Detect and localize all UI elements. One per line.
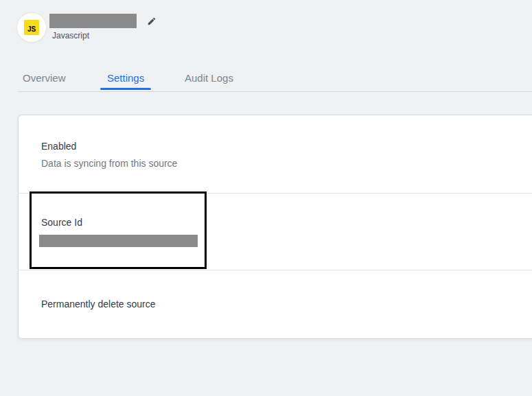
- active-tab-indicator: [100, 88, 151, 90]
- section-divider: [19, 270, 532, 270]
- pencil-icon: [147, 16, 157, 26]
- javascript-logo-icon: JS: [24, 20, 39, 35]
- source-type-label: Javascript: [52, 31, 89, 40]
- enabled-section-description: Data is syncing from this source: [41, 158, 177, 169]
- source-id-highlight-box: [30, 191, 207, 269]
- source-settings-page: JS Javascript Overview Settings Audit Lo…: [0, 0, 532, 396]
- tab-settings[interactable]: Settings: [107, 72, 144, 84]
- enabled-section-title: Enabled: [41, 141, 76, 152]
- delete-source-section-title[interactable]: Permanently delete source: [41, 299, 156, 310]
- edit-source-name-button[interactable]: [146, 15, 158, 27]
- tabs-divider: [18, 91, 532, 92]
- source-avatar: JS: [16, 12, 47, 43]
- tab-audit-logs[interactable]: Audit Logs: [185, 72, 233, 84]
- tab-overview[interactable]: Overview: [23, 72, 66, 84]
- source-name-redacted: [49, 14, 137, 28]
